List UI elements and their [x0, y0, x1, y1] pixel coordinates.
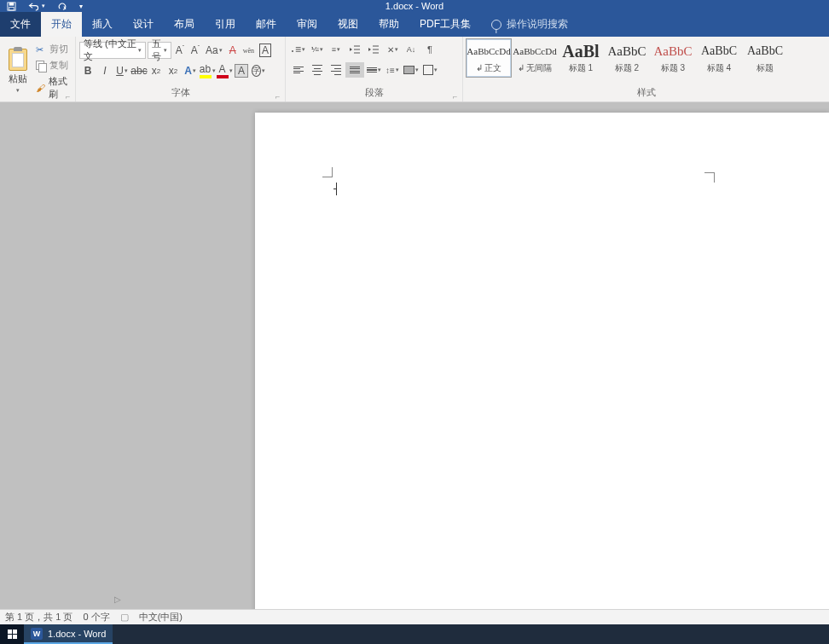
- justify-button[interactable]: [345, 62, 364, 78]
- menu-layout[interactable]: 布局: [164, 12, 205, 37]
- menu-pdf-tools[interactable]: PDF工具集: [409, 12, 481, 37]
- style-heading-3[interactable]: AaBbC 标题 3: [650, 38, 696, 78]
- style-name: ↲ 无间隔: [518, 62, 553, 74]
- word-app-icon: W: [31, 628, 43, 640]
- menu-file[interactable]: 文件: [0, 12, 41, 37]
- styles-group: AaBbCcDd ↲ 正文 AaBbCcDd ↲ 无间隔 AaBl 标题 1 A…: [463, 37, 829, 102]
- align-right-button[interactable]: [327, 62, 345, 78]
- windows-icon: [8, 629, 17, 639]
- align-center-button[interactable]: [308, 62, 327, 78]
- paragraph-launcher-icon[interactable]: ⌐: [453, 92, 460, 99]
- word-count[interactable]: 0 个字: [83, 611, 109, 624]
- underline-button[interactable]: U: [113, 62, 130, 79]
- align-left-button[interactable]: [289, 62, 308, 78]
- start-button[interactable]: [0, 624, 24, 644]
- line-spacing-button[interactable]: ↕≡: [383, 62, 402, 78]
- subscript-button[interactable]: x2: [148, 62, 165, 79]
- grow-font-button[interactable]: Aˆ: [173, 42, 187, 59]
- borders-button[interactable]: [420, 62, 439, 78]
- language-status[interactable]: 中文(中国): [139, 611, 183, 624]
- clipboard-launcher-icon[interactable]: ⌐: [66, 92, 72, 99]
- style-name: ↲ 正文: [476, 62, 502, 74]
- style-gallery: AaBbCcDd ↲ 正文 AaBbCcDd ↲ 无间隔 AaBl 标题 1 A…: [463, 37, 791, 78]
- paste-label: 粘贴: [9, 73, 27, 85]
- title-bar: ▾ ▾ 1.docx - Word: [0, 0, 829, 12]
- bold-button[interactable]: B: [79, 62, 96, 79]
- paint-bucket-icon: [403, 66, 414, 74]
- menu-mailings[interactable]: 邮件: [246, 12, 287, 37]
- brush-icon: 🖌: [36, 83, 45, 93]
- font-size-select[interactable]: 五号▾: [148, 42, 171, 59]
- svg-rect-2: [9, 7, 14, 10]
- bullets-button[interactable]: ≡: [289, 42, 308, 57]
- menu-bar: 文件 开始 插入 设计 布局 引用 邮件 审阅 视图 帮助 PDF工具集 操作说…: [0, 12, 829, 37]
- save-icon[interactable]: [7, 2, 16, 11]
- phonetic-guide-button[interactable]: wên: [241, 42, 256, 59]
- document-margin-area: ▷: [0, 102, 255, 609]
- style-title[interactable]: AaBbC 标题: [742, 38, 788, 78]
- tell-me-search[interactable]: 操作说明搜索: [481, 12, 568, 37]
- ruler-marker-icon: ▷: [114, 595, 121, 604]
- qat-customize-icon[interactable]: ▾: [79, 3, 83, 10]
- font-color-button[interactable]: A: [216, 62, 233, 79]
- strikethrough-button[interactable]: abc: [130, 62, 148, 79]
- menu-home[interactable]: 开始: [41, 12, 82, 37]
- cut-button[interactable]: ✂ 剪切: [34, 42, 72, 56]
- text-effects-button[interactable]: A: [182, 62, 199, 79]
- menu-review[interactable]: 审阅: [287, 12, 328, 37]
- menu-design[interactable]: 设计: [123, 12, 164, 37]
- document-page[interactable]: [255, 113, 829, 609]
- paste-button[interactable]: 粘贴 ▾: [3, 40, 32, 102]
- menu-insert[interactable]: 插入: [82, 12, 123, 37]
- font-size-value: 五号: [152, 38, 164, 63]
- menu-help[interactable]: 帮助: [368, 12, 409, 37]
- font-name-select[interactable]: 等线 (中文正文▾: [79, 42, 146, 59]
- shrink-font-button[interactable]: Aˇ: [188, 42, 202, 59]
- change-case-button[interactable]: Aa: [204, 42, 224, 59]
- style-no-spacing[interactable]: AaBbCcDd ↲ 无间隔: [512, 38, 558, 78]
- document-area: ▷: [0, 102, 829, 609]
- copy-button[interactable]: 复制: [34, 58, 72, 73]
- multilevel-list-button[interactable]: ≡: [327, 42, 345, 57]
- quick-access-toolbar: ▾ ▾: [0, 2, 83, 11]
- page-margin-marker-tr: [704, 172, 715, 183]
- style-heading-4[interactable]: AaBbC 标题 4: [696, 38, 742, 78]
- proofing-icon[interactable]: ▢: [120, 612, 129, 623]
- font-group-label: 字体: [76, 84, 285, 102]
- font-launcher-icon[interactable]: ⌐: [275, 92, 282, 99]
- taskbar-word-task[interactable]: W 1.docx - Word: [24, 624, 113, 644]
- style-name: 标题 3: [661, 62, 685, 74]
- character-border-button[interactable]: A: [258, 42, 273, 59]
- character-shading-button[interactable]: A: [233, 62, 250, 79]
- styles-group-label: 样式: [463, 84, 829, 102]
- menu-view[interactable]: 视图: [328, 12, 368, 37]
- paragraph-group: ≡ ⅟≡ ≡ ✕ A↓ ¶: [286, 37, 463, 102]
- style-name: 标题: [757, 62, 774, 74]
- distributed-button[interactable]: [364, 62, 383, 78]
- superscript-button[interactable]: x2: [165, 62, 182, 79]
- style-preview: AaBbCcDd: [513, 42, 556, 61]
- asian-layout-button[interactable]: ✕: [383, 42, 402, 57]
- italic-button[interactable]: I: [96, 62, 113, 79]
- redo-icon[interactable]: [57, 2, 67, 11]
- show-marks-button[interactable]: ¶: [420, 42, 439, 57]
- style-heading-1[interactable]: AaBl 标题 1: [558, 38, 604, 78]
- decrease-indent-button[interactable]: [345, 42, 364, 57]
- text-cursor: [336, 183, 337, 195]
- clear-formatting-button[interactable]: A: [226, 42, 240, 59]
- sort-button[interactable]: A↓: [402, 42, 420, 57]
- svg-rect-1: [9, 2, 14, 5]
- page-info[interactable]: 第 1 页，共 1 页: [5, 611, 72, 624]
- paragraph-group-label: 段落: [286, 84, 462, 102]
- style-name: 标题 4: [707, 62, 731, 74]
- enclose-characters-button[interactable]: 字: [250, 62, 267, 79]
- style-normal[interactable]: AaBbCcDd ↲ 正文: [466, 38, 512, 78]
- highlight-button[interactable]: ab: [199, 62, 216, 79]
- style-heading-2[interactable]: AaBbC 标题 2: [604, 38, 650, 78]
- shading-button[interactable]: [402, 62, 420, 78]
- increase-indent-button[interactable]: [364, 42, 383, 57]
- undo-icon[interactable]: ▾: [28, 2, 45, 11]
- style-preview: AaBbC: [608, 42, 646, 61]
- menu-references[interactable]: 引用: [205, 12, 246, 37]
- numbering-button[interactable]: ⅟≡: [308, 42, 327, 57]
